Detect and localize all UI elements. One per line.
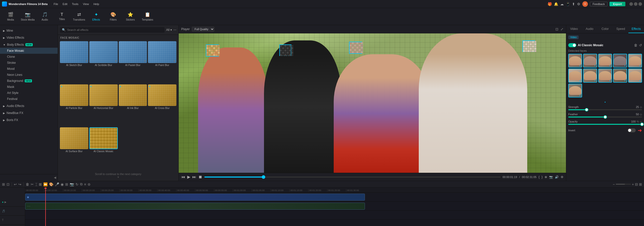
tl-mosaic-button[interactable]: ⊞ [65,182,68,186]
nav-header-mine[interactable]: ▶ Mine [0,28,58,34]
maximize-button[interactable] [634,2,637,6]
tab-audio[interactable]: Audio [582,25,597,33]
skip-forward-button[interactable]: ⏭ [192,175,196,179]
effect-item-ai-classic-mosaic[interactable]: AI Classic Mosaic [89,127,118,170]
nav-header-audio-effects[interactable]: ▶ Audio Effects [0,103,58,109]
tab-effects[interactable]: Effects [628,25,644,33]
feather-slider-thumb[interactable] [603,115,607,119]
menu-view[interactable]: View [81,2,91,7]
mark-in-button[interactable]: { [539,175,540,179]
quality-select[interactable]: Full Quality 1/2 Quality 1/4 Quality [192,27,214,32]
sidebar-item-clone[interactable]: Clone [0,54,58,60]
tl-stabilize-button[interactable]: ◉ [61,182,64,186]
nav-header-body-effects[interactable]: ▼ Body Effects NEW [0,42,58,48]
menu-file[interactable]: File [52,2,60,7]
effect-item-ai-scribble-blur[interactable]: ⬇ AI Scribble Blur [89,41,118,83]
tl-add-track-button[interactable]: ⊞ [2,182,5,186]
effect-item-ai-paint-blur[interactable]: ⬇ AI Paint Blur [148,41,176,83]
effects-more-button[interactable]: ⋯ [173,28,176,32]
tl-paste-button[interactable]: ≡ [84,182,86,186]
menu-help[interactable]: Help [91,2,101,7]
effect-item-ai-particle-blur[interactable]: ♥ AI Particle Blur [60,84,88,127]
strength-keyframe-icon[interactable]: ◇ [640,106,642,108]
panel-collapse-button[interactable]: ◀ [0,174,58,181]
fullscreen-icon[interactable]: ⤢ [560,27,563,31]
gift-icon[interactable]: 🎁 [548,2,552,6]
nav-header-newblue-fx[interactable]: ▶ NewBlue FX [0,110,58,116]
tl-voiceover-button[interactable]: 🎤 [55,182,59,186]
tl-loop-button[interactable]: ↻ [75,182,79,186]
minimize-button[interactable] [629,2,633,6]
face-thumb-9[interactable] [613,69,627,82]
preview-snapshot-button[interactable]: 📷 [549,175,553,179]
effect-item-ai-sketch-blur[interactable]: ⬇ AI Sketch Blur [60,41,88,83]
face-thumb-8[interactable] [598,69,612,82]
sidebar-item-festival[interactable]: Festival [0,96,58,102]
stop-button[interactable]: ⏹ [198,175,202,179]
face-thumb-5[interactable] [628,54,642,68]
phone-icon[interactable]: 📱 [566,2,570,6]
effect-item-ai-surface-blur[interactable]: AI Surface Blur [60,127,88,170]
account-avatar[interactable]: U [582,1,588,7]
tl-grid-button[interactable]: ⊞ [639,182,642,186]
strength-slider-thumb[interactable] [585,108,588,111]
toolbar-stock-media[interactable]: 📷 Stock Media [19,9,36,24]
menu-tools[interactable]: Tools [70,2,81,7]
face-thumb-3[interactable] [598,54,612,68]
feedback-button[interactable]: Feedback [590,2,608,6]
cloud-icon[interactable]: ☁ [560,2,564,6]
face-thumb-7[interactable] [583,69,597,82]
tl-speed-button[interactable]: ⏩ [43,182,48,186]
toolbar-titles[interactable]: T Titles [53,9,70,24]
tab-speed[interactable]: Speed [613,25,628,33]
strength-slider-track[interactable] [568,109,642,110]
add-to-timeline-button[interactable]: ⊕ [545,175,547,179]
search-input[interactable] [67,28,163,31]
menu-edit[interactable]: Edit [61,2,69,7]
face-thumb-6[interactable] [568,69,582,82]
tl-color-button[interactable]: 🎨 [49,182,53,186]
tab-video[interactable]: Video [566,25,582,33]
share-icon[interactable]: ⬆ [572,2,575,6]
export-button[interactable]: Export [610,2,625,6]
video-clip-1[interactable]: ▣ [25,194,365,201]
effect-item-ai-pastel-blur[interactable]: ⬇ AI Pastel Blur [119,41,147,83]
effect-enable-toggle[interactable] [568,43,576,47]
sidebar-item-face-mosaic[interactable]: Face Mosaic [0,48,58,54]
tl-crop-button[interactable]: ⊠ [39,182,42,186]
sidebar-item-stroke[interactable]: Stroke [0,60,58,66]
sidebar-item-mask[interactable]: Mask [0,84,58,90]
toolbar-transitions[interactable]: ⇄ Transitions [70,9,88,24]
close-button[interactable] [638,2,642,6]
tl-delete-button[interactable]: 🗑 [26,182,29,186]
effect-item-ai-horizontal-blur[interactable]: ♥ AI Horizontal Blur [89,84,118,127]
progress-bar[interactable] [204,177,501,178]
sub-tab-video[interactable]: Video [568,35,579,39]
split-view-icon[interactable]: ⊡ [555,27,558,31]
toolbar-filters[interactable]: 🎨 Filters [105,9,122,24]
effect-item-ai-ink-blur[interactable]: ♥ AI Ink Blur [119,84,147,127]
feather-keyframe-icon[interactable]: ◇ [640,113,642,116]
tl-split-button[interactable]: ⌶ [35,182,37,186]
face-thumb-11[interactable] [568,84,582,97]
face-thumb-4[interactable] [613,54,627,68]
toolbar-audio[interactable]: 🎵 Audio [36,9,53,24]
play-button[interactable]: ▶ [187,175,190,179]
sidebar-item-mood[interactable]: Mood [0,66,58,72]
skip-back-button[interactable]: ⏮ [181,175,185,179]
feather-slider-track[interactable] [568,117,642,118]
tl-undo-button[interactable]: ↩ [14,182,17,186]
tl-select-button[interactable]: ⊡ [7,182,10,186]
toolbar-stickers[interactable]: ⭐ Stickers [122,9,139,24]
invert-toggle[interactable] [628,128,636,132]
tl-zoom-in-button[interactable]: + [632,182,634,186]
tl-auto-btn[interactable]: ⊜ [88,182,91,186]
effect-item-ai-cross-blur[interactable]: ♥ AI Cross Blur [148,84,176,127]
face-thumb-10[interactable] [628,69,642,82]
playhead[interactable] [45,188,46,226]
tl-copy-button[interactable]: ⧉ [80,182,83,186]
effect-delete-button[interactable]: 🗑 [634,43,637,47]
opacity-slider-thumb[interactable] [640,123,644,126]
sidebar-item-background[interactable]: Background NEW [0,78,58,84]
sidebar-item-art-style[interactable]: Art Style [0,90,58,96]
